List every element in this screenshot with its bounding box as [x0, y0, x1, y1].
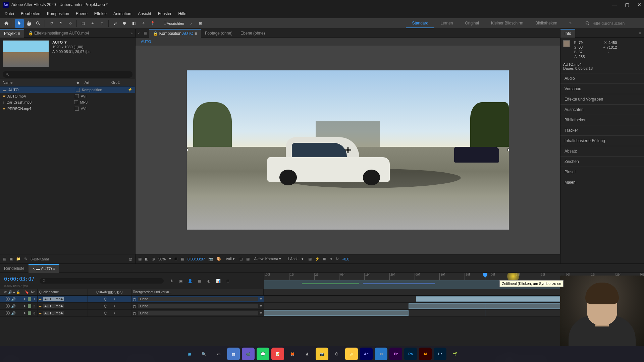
menu-ansicht[interactable]: Ansicht	[135, 10, 154, 17]
section-audio[interactable]: Audio	[560, 73, 644, 83]
dropdown-arrow[interactable]	[260, 305, 262, 307]
selection-handle[interactable]	[507, 148, 509, 151]
pickwhip-icon[interactable]: @	[133, 311, 137, 315]
roi-icon[interactable]: ▢	[239, 257, 243, 261]
col-name[interactable]: Name	[3, 80, 76, 85]
parent-dropdown[interactable]: Ohne	[138, 304, 258, 308]
workspace-standard[interactable]: Standard	[406, 19, 434, 28]
project-item-car-crash[interactable]: ♪Car Crash.mp3 MP3	[0, 99, 135, 105]
timeline-icon[interactable]: ⊞	[323, 257, 326, 261]
layer-name[interactable]: AUTO.mp4	[43, 311, 64, 315]
project-item-person[interactable]: ▰PERSON.mp4 AVI	[0, 105, 135, 112]
section-ausrichten[interactable]: Ausrichten	[560, 104, 644, 115]
taskbar-ps[interactable]: Ps	[404, 348, 417, 360]
project-item-auto-mp4[interactable]: ▰AUTO.mp4 AVI	[0, 93, 135, 99]
workspace-original[interactable]: Original	[459, 19, 485, 28]
region-icon[interactable]: ◧	[145, 257, 148, 261]
section-absatz[interactable]: Absatz	[560, 146, 644, 156]
rotate-tool[interactable]: ↻	[56, 19, 65, 28]
menu-hilfe[interactable]: Hilfe	[175, 10, 190, 17]
section-pinsel[interactable]: Pinsel	[560, 167, 644, 177]
taskbar-app-15[interactable]: 🌱	[448, 348, 461, 360]
hand-tool[interactable]	[24, 19, 33, 28]
timeline-timecode[interactable]: 0:00:03:07	[0, 274, 38, 284]
layer-switch[interactable]: ⬡	[104, 304, 107, 308]
snap-options[interactable]: ⟋	[187, 19, 196, 28]
channel-icon[interactable]: 🎨	[216, 257, 221, 261]
stamp-tool[interactable]: ⬢	[120, 19, 129, 28]
layer-name[interactable]: AUTO.mp4	[43, 297, 64, 301]
fast-preview-icon[interactable]: ⚡	[315, 257, 320, 261]
taskbar-obs[interactable]: ⏱	[330, 348, 343, 360]
visibility-toggle[interactable]	[6, 297, 10, 301]
breadcrumb-item[interactable]: AUTO	[138, 39, 154, 44]
home-button[interactable]	[2, 19, 11, 28]
taskbar-app-10[interactable]: ✂	[375, 348, 387, 360]
section-tracker[interactable]: Tracker	[560, 125, 644, 135]
brush-tool[interactable]: 🖌	[111, 19, 119, 28]
project-search[interactable]	[3, 71, 132, 78]
menu-animation[interactable]: Animation	[110, 10, 135, 17]
visibility-toggle[interactable]	[6, 311, 10, 315]
timeline-search[interactable]	[40, 278, 164, 284]
section-bibliotheken[interactable]: Bibliotheken	[560, 115, 644, 125]
workspace-lernen[interactable]: Lernen	[434, 19, 459, 28]
taskbar-app-4[interactable]: 📝	[271, 348, 284, 360]
alpha-icon[interactable]: ▦	[138, 257, 142, 261]
section-inhalt[interactable]: Inhaltsbasierte Füllung	[560, 135, 644, 146]
comp-flow-icon[interactable]: ⋔	[329, 257, 332, 261]
anchor-tool[interactable]: ⊹	[66, 19, 74, 28]
project-tab[interactable]: Projekt ≡	[0, 29, 24, 38]
taskbar-firefox[interactable]: 🦊	[286, 348, 299, 360]
workspace-overflow[interactable]: »	[563, 19, 578, 28]
parent-dropdown[interactable]: Ohne	[138, 297, 258, 301]
maximize-button[interactable]: ▢	[625, 2, 629, 7]
section-malen[interactable]: Malen	[560, 177, 644, 187]
bit-depth[interactable]: 8-Bit-Kanal	[31, 257, 49, 261]
audio-toggle[interactable]: 🔊	[11, 297, 16, 301]
dropdown-arrow[interactable]	[260, 312, 262, 314]
reset-exp-icon[interactable]: ↻	[336, 257, 339, 261]
taskbar-pr[interactable]: Pr	[389, 348, 402, 360]
orbit-tool[interactable]: ⟲	[47, 19, 56, 28]
layer-switch[interactable]: /	[114, 297, 115, 301]
taskbar-ai[interactable]: Ai	[419, 348, 432, 360]
expand-toggle[interactable]	[24, 312, 26, 314]
layer-tab[interactable]: Ebene (ohne)	[236, 29, 269, 37]
pickwhip-icon[interactable]: @	[133, 297, 137, 301]
anchor-point-icon[interactable]	[345, 147, 351, 153]
menu-fenster[interactable]: Fenster	[155, 10, 175, 17]
rectangle-tool[interactable]: ▢	[79, 19, 88, 28]
menu-effekte[interactable]: Effekte	[91, 10, 110, 17]
frame-blend-icon[interactable]: ▦	[196, 277, 203, 285]
taskbar-app-7[interactable]: 📷	[316, 348, 328, 360]
camera-dropdown[interactable]: Aktive Kamera ▾	[253, 256, 283, 262]
zoom-level[interactable]: 50%	[158, 257, 166, 261]
text-tool[interactable]: T	[98, 19, 106, 28]
taskbar-app-1[interactable]: ▤	[227, 348, 240, 360]
expand-toggle[interactable]	[24, 298, 26, 300]
resolution-dropdown[interactable]: Voll ▾	[224, 256, 236, 262]
workspace-bibliotheken[interactable]: Bibliotheken	[529, 19, 563, 28]
snap-checkbox[interactable]: ☐ Ausrichten	[161, 19, 186, 28]
col-type[interactable]: Art	[85, 80, 111, 85]
layer-name[interactable]: AUTO.mp4	[43, 304, 64, 308]
zoom-tool[interactable]	[34, 19, 43, 28]
layer-row[interactable]: 🔊 1 ▰AUTO.mp4 ⬡/ @Ohne	[0, 296, 644, 303]
section-effekte[interactable]: Effekte und Vorgaben	[560, 94, 644, 104]
audio-toggle[interactable]: 🔊	[11, 311, 16, 315]
grid-icon[interactable]: ⊞	[174, 257, 177, 261]
panel-overflow[interactable]: »	[128, 31, 135, 35]
layer-switch[interactable]: ⬡	[104, 297, 107, 301]
layer-switch[interactable]: /	[114, 304, 115, 308]
selection-handle[interactable]	[187, 148, 188, 151]
eraser-tool[interactable]: ◧	[129, 19, 138, 28]
close-button[interactable]: ✕	[637, 2, 641, 7]
taskbar-whatsapp[interactable]: 💬	[257, 348, 269, 360]
expand-toggle[interactable]	[24, 305, 26, 307]
layer-label-color[interactable]	[28, 311, 31, 315]
project-item-auto-comp[interactable]: ▬AUTO Komposition ⚡	[0, 86, 135, 93]
taskbar-app-2[interactable]: 📹	[242, 348, 255, 360]
parent-dropdown[interactable]: Ohne	[138, 311, 258, 315]
menu-bearbeiten[interactable]: Bearbeiten	[17, 10, 44, 17]
